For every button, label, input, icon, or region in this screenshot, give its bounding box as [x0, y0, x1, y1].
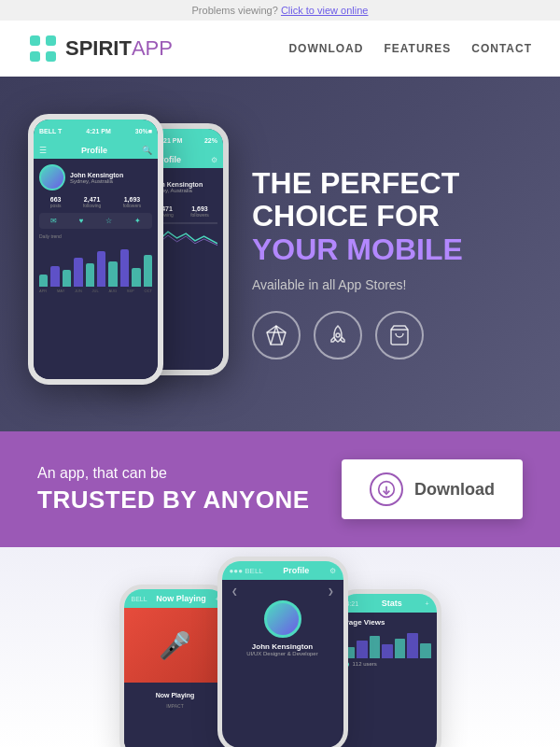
hero-section: BELL 4:21 PM 22% ☰ Profile ⚙ John Kensin…: [0, 77, 560, 431]
download-btn-icon: [370, 472, 403, 506]
svg-rect-1: [46, 35, 56, 46]
download-tagline: An app, that can be: [37, 465, 310, 482]
sp-left-header: BELL Now Playing +: [124, 589, 227, 608]
sp-left-screen: BELL Now Playing + 🎤 Now Playing IMPACT: [124, 589, 227, 747]
sp-center-body: ❮ ❯ John Kensington UI/UX Designer & Dev…: [222, 580, 343, 747]
nav-download[interactable]: DOWNLOAD: [288, 42, 363, 55]
download-btn-label: Download: [414, 480, 495, 500]
header: SPIRITAPP DOWNLOAD FEATURES CONTACT: [0, 21, 560, 77]
hero-phones: BELL 4:21 PM 22% ☰ Profile ⚙ John Kensin…: [19, 105, 233, 422]
download-headline: TRUSTED BY ANYONE: [37, 486, 310, 514]
sp-left-image: 🎤: [124, 608, 227, 683]
nav-features[interactable]: FEATURES: [384, 42, 451, 55]
hero-title: THE PERFECT CHOICE FOR YOUR MOBILE: [252, 167, 532, 266]
svg-marker-4: [267, 326, 286, 345]
phones-showcase: BELL Now Playing + 🎤 Now Playing IMPACT …: [0, 547, 560, 747]
sp-right-users: 112 users: [344, 661, 431, 667]
hero-subtitle: Available in all App Stores!: [252, 277, 532, 292]
topbar-link[interactable]: Click to view online: [281, 5, 369, 16]
sp-center-screen: ●●● BELL Profile ⚙ ❮ ❯ John Kensington U…: [222, 561, 343, 747]
svg-rect-3: [46, 51, 56, 62]
phone-main-avatar: [39, 164, 65, 190]
sp-center-avatar: [264, 600, 301, 638]
phone-main-content: John Kensington Sydney, Australia 663pos…: [34, 159, 158, 379]
showcase-phone-center: ●●● BELL Profile ⚙ ❮ ❯ John Kensington U…: [217, 557, 348, 747]
phone-main: BELL T 4:21 PM 30%■ ☰ Profile 🔍 John Ken…: [28, 114, 163, 385]
sp-right-screen: 4:21 Stats + Page Views 112 users: [339, 594, 437, 747]
topbar-text: Problems viewing?: [192, 5, 278, 16]
sp-center-header: ●●● BELL Profile ⚙: [222, 561, 343, 580]
svg-rect-0: [30, 35, 40, 46]
download-section: An app, that can be TRUSTED BY ANYONE Do…: [0, 431, 560, 547]
svg-rect-2: [30, 51, 40, 62]
nav-contact[interactable]: CONTACT: [471, 42, 532, 55]
hero-icons: [252, 311, 532, 359]
showcase-phone-left: BELL Now Playing + 🎤 Now Playing IMPACT: [119, 585, 231, 747]
svg-point-8: [336, 333, 340, 337]
logo-icon: [28, 34, 58, 63]
phone-main-chart: [39, 245, 152, 287]
sp-right-body: Page Views 112 users: [339, 613, 437, 747]
sp-right-header: 4:21 Stats +: [339, 594, 437, 613]
download-text: An app, that can be TRUSTED BY ANYONE: [37, 465, 310, 514]
hero-text: THE PERFECT CHOICE FOR YOUR MOBILE Avail…: [233, 167, 532, 359]
phone-main-header: ☰ Profile 🔍: [34, 142, 158, 159]
top-bar: Problems viewing? Click to view online: [0, 0, 560, 21]
diamond-icon: [252, 311, 301, 359]
cart-icon: [375, 311, 424, 359]
sp-left-body: 🎤 Now Playing IMPACT: [124, 608, 227, 747]
phone-main-stats: 663posts 2,471following 1,693followers: [39, 196, 152, 208]
download-button[interactable]: Download: [342, 459, 523, 519]
sp-right-bars: [344, 630, 431, 658]
logo: SPIRITAPP: [28, 34, 173, 63]
phone-main-statusbar: BELL T 4:21 PM 30%■: [34, 120, 158, 142]
nav: DOWNLOAD FEATURES CONTACT: [288, 42, 532, 55]
showcase-phone-right: 4:21 Stats + Page Views 112 users: [334, 589, 441, 747]
rocket-icon: [314, 311, 362, 359]
logo-text: SPIRITAPP: [65, 36, 173, 61]
